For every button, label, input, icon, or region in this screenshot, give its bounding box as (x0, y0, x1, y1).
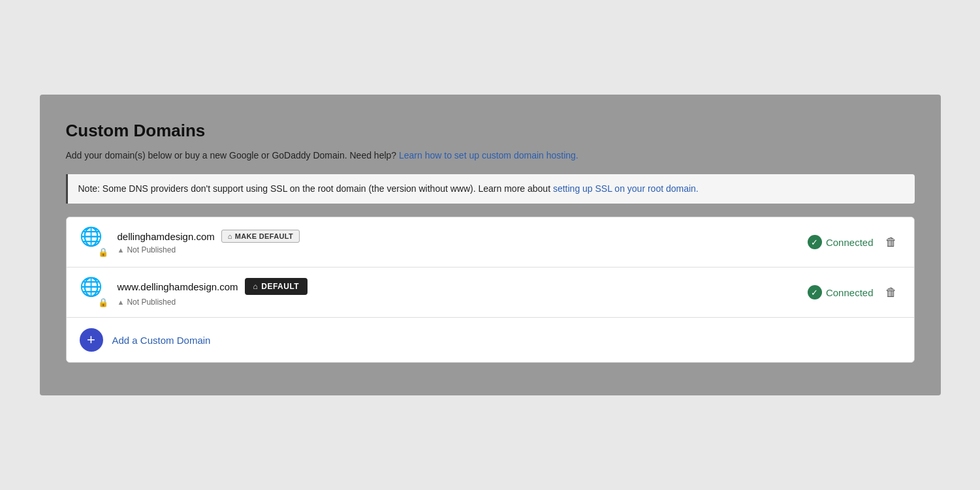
connected-check-icon-1: ✓ (808, 235, 822, 249)
domain-info-2: www.dellinghamdesign.com ⌂ DEFAULT ▲ Not… (118, 278, 808, 307)
connected-status-2: ✓ Connected (808, 285, 874, 299)
home-icon-make-default: ⌂ (228, 232, 232, 240)
add-domain-row: + Add a Custom Domain (67, 318, 914, 362)
note-text: Note: Some DNS providers don't support u… (78, 183, 551, 194)
globe-icon-2: 🌐 (80, 278, 108, 296)
note-box: Note: Some DNS providers don't support u… (66, 174, 915, 204)
domain-icon-1: 🌐 🔒 (80, 228, 108, 256)
lock-icon-1: 🔒 (98, 248, 108, 256)
make-default-button-1[interactable]: ⌂ MAKE DEFAULT (221, 230, 300, 243)
not-published-2: ▲ Not Published (118, 298, 808, 307)
connected-status-1: ✓ Connected (808, 235, 874, 249)
domain-name-row-1: dellinghamdesign.com ⌂ MAKE DEFAULT (118, 230, 808, 243)
description-text: Add your domain(s) below or buy a new Go… (66, 150, 397, 161)
page-title: Custom Domains (66, 121, 915, 141)
domain-info-1: dellinghamdesign.com ⌂ MAKE DEFAULT ▲ No… (118, 230, 808, 254)
domain-row-1: 🌐 🔒 dellinghamdesign.com ⌂ MAKE DEFAULT … (67, 217, 914, 268)
plus-icon: + (87, 333, 95, 347)
add-domain-button[interactable]: + (80, 328, 103, 352)
home-icon-default: ⌂ (253, 282, 259, 291)
default-badge-2: ⌂ DEFAULT (245, 278, 308, 295)
globe-icon-1: 🌐 (80, 228, 108, 246)
domain-name-row-2: www.dellinghamdesign.com ⌂ DEFAULT (118, 278, 808, 295)
connected-check-icon-2: ✓ (808, 285, 822, 299)
delete-button-1[interactable]: 🗑 (881, 233, 901, 252)
domain-status-2: ✓ Connected 🗑 (808, 283, 901, 302)
add-custom-domain-link[interactable]: Add a Custom Domain (112, 335, 211, 346)
domain-name-1: dellinghamdesign.com (118, 231, 215, 242)
warning-icon-1: ▲ (118, 246, 125, 254)
delete-button-2[interactable]: 🗑 (881, 283, 901, 302)
domain-icon-2: 🌐 🔒 (80, 278, 108, 307)
connected-label-1: Connected (826, 237, 874, 248)
domain-row-2: 🌐 🔒 www.dellinghamdesign.com ⌂ DEFAULT ▲… (67, 268, 914, 318)
connected-label-2: Connected (826, 287, 874, 298)
ssl-link[interactable]: setting up SSL on your root domain. (553, 183, 699, 194)
domain-name-2: www.dellinghamdesign.com (118, 281, 238, 292)
description: Add your domain(s) below or buy a new Go… (66, 149, 915, 162)
custom-domains-panel: Custom Domains Add your domain(s) below … (40, 95, 941, 395)
learn-how-link[interactable]: Learn how to set up custom domain hostin… (399, 150, 578, 161)
not-published-1: ▲ Not Published (118, 245, 808, 254)
lock-icon-2: 🔒 (98, 298, 108, 307)
domains-container: 🌐 🔒 dellinghamdesign.com ⌂ MAKE DEFAULT … (66, 217, 915, 363)
warning-icon-2: ▲ (118, 298, 125, 306)
domain-status-1: ✓ Connected 🗑 (808, 233, 901, 252)
